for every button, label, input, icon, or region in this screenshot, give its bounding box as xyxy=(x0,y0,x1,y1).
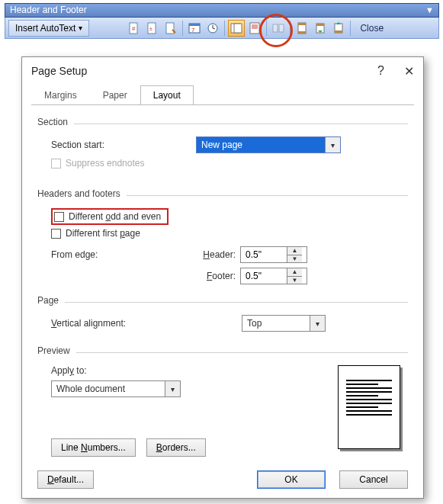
same-as-previous-icon xyxy=(270,20,287,37)
different-first-page-checkbox[interactable]: Different first page xyxy=(51,228,140,239)
svg-text:7: 7 xyxy=(191,27,195,34)
footer-spinner[interactable]: ▲▼ xyxy=(240,268,307,284)
spin-up-icon[interactable]: ▲ xyxy=(287,268,302,277)
switch-header-footer-icon[interactable] xyxy=(294,20,310,37)
line-numbers-button[interactable]: Line Numbers... xyxy=(51,438,136,457)
insert-autotext-button[interactable]: Insert AutoText ▾ xyxy=(8,20,89,37)
header-spinner[interactable]: ▲▼ xyxy=(240,246,307,263)
dialog-title: Page Setup xyxy=(31,65,87,77)
show-document-text-icon[interactable] xyxy=(246,20,263,37)
footer-input[interactable] xyxy=(241,268,287,284)
header-label: Header: xyxy=(196,249,240,260)
spin-down-icon[interactable]: ▼ xyxy=(287,255,302,263)
apply-to-combo[interactable]: Whole document ▾ xyxy=(51,380,181,397)
preview-group-label: Preview xyxy=(37,345,70,356)
section-start-label: Section start: xyxy=(51,140,196,150)
ok-button[interactable]: OK xyxy=(257,470,326,489)
vertical-alignment-value: Top xyxy=(242,316,310,331)
different-odd-even-checkbox[interactable]: Different odd and even xyxy=(54,211,161,222)
format-page-number-icon[interactable] xyxy=(162,20,179,37)
toolbar-title: Header and Footer xyxy=(10,4,87,17)
page-group-label: Page xyxy=(37,295,59,306)
tab-margins[interactable]: Margins xyxy=(31,85,90,105)
tab-paper[interactable]: Paper xyxy=(90,85,140,105)
toolbar-body: Insert AutoText ▾ # ± 7 xyxy=(5,18,439,39)
vertical-alignment-label: Vertical alignment: xyxy=(51,318,242,329)
apply-to-value: Whole document xyxy=(52,381,165,396)
svg-text:#: # xyxy=(132,25,136,32)
svg-rect-6 xyxy=(189,24,200,26)
section-group-label: Section xyxy=(37,117,68,127)
toolbar-titlebar: Header and Footer ▼ xyxy=(5,3,439,18)
insert-date-icon[interactable]: 7 xyxy=(186,20,203,37)
svg-rect-18 xyxy=(316,24,324,26)
insert-page-number-icon[interactable]: # xyxy=(126,20,143,37)
svg-rect-4 xyxy=(166,23,174,34)
headers-footers-group-label: Headers and footers xyxy=(37,188,120,199)
tab-layout[interactable]: Layout xyxy=(140,85,194,105)
svg-rect-10 xyxy=(234,24,242,33)
insert-pages-icon[interactable]: ± xyxy=(144,20,161,37)
apply-to-label: Apply to: xyxy=(51,365,338,376)
help-button[interactable]: ? xyxy=(377,64,384,78)
suppress-endnotes-checkbox: Suppress endnotes xyxy=(51,158,144,169)
footer-label: Footer: xyxy=(196,271,240,281)
section-start-value: New page xyxy=(197,137,325,152)
show-next-icon[interactable] xyxy=(330,20,347,37)
show-previous-icon[interactable] xyxy=(312,20,329,37)
page-setup-dialog: Page Setup ? ✕ Margins Paper Layout Sect… xyxy=(21,56,424,499)
svg-text:±: ± xyxy=(149,26,152,31)
close-button[interactable]: ✕ xyxy=(404,64,414,79)
cancel-button[interactable]: Cancel xyxy=(339,470,408,489)
toolbar-menu-arrow-icon[interactable]: ▼ xyxy=(425,4,434,17)
section-start-combo[interactable]: New page ▾ xyxy=(196,136,341,153)
header-input[interactable] xyxy=(241,247,287,262)
dropdown-arrow-icon[interactable]: ▾ xyxy=(310,316,325,331)
dropdown-arrow-icon[interactable]: ▾ xyxy=(325,137,340,152)
svg-rect-13 xyxy=(279,24,284,32)
insert-time-icon[interactable] xyxy=(204,20,221,37)
toolbar-close-button[interactable]: Close xyxy=(357,23,387,34)
preview-page-icon xyxy=(338,365,400,449)
default-button[interactable]: Default... xyxy=(37,470,94,489)
svg-rect-15 xyxy=(298,23,306,25)
annotation-red-box: Different odd and even xyxy=(51,208,169,225)
spin-up-icon[interactable]: ▲ xyxy=(287,247,302,255)
page-setup-icon[interactable] xyxy=(228,20,245,37)
borders-button[interactable]: Borders... xyxy=(146,438,206,457)
dropdown-arrow-icon[interactable]: ▾ xyxy=(165,381,180,396)
from-edge-label: From edge: xyxy=(51,249,196,260)
dropdown-arrow-icon: ▾ xyxy=(79,24,82,32)
dialog-titlebar: Page Setup ? ✕ xyxy=(22,57,423,85)
insert-autotext-label: Insert AutoText xyxy=(15,23,75,34)
spin-down-icon[interactable]: ▼ xyxy=(287,277,302,284)
svg-rect-20 xyxy=(335,30,342,33)
svg-rect-12 xyxy=(273,24,278,32)
svg-rect-16 xyxy=(298,31,306,34)
vertical-alignment-combo[interactable]: Top ▾ xyxy=(242,315,326,332)
